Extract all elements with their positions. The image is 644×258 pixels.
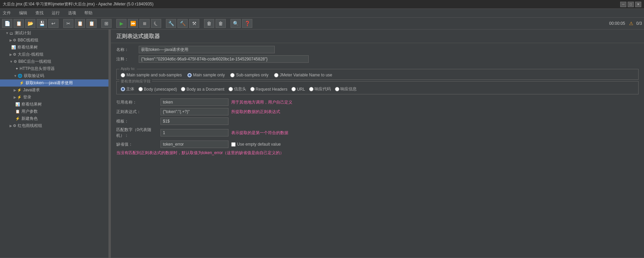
match-no-hint: 表示提取的是第一个符合的数据 (231, 130, 288, 136)
tree-item-backend-thread[interactable]: ▶ ⚙ 大后台-线程组 (0, 51, 108, 58)
menu-options[interactable]: 选项 (67, 10, 78, 17)
apply-jmeter-var-label: JMeter Variable Name to use (280, 73, 333, 77)
expand-icon: ▼ (10, 60, 13, 63)
sampler-icon: ⚡ (15, 116, 20, 121)
remote-shutdown-button[interactable]: ⚒ (189, 19, 199, 28)
start-no-pause-button[interactable]: ⏩ (128, 19, 138, 28)
tree-item-java-request[interactable]: ▶ ⚡ Java请求 (0, 87, 108, 94)
template-button[interactable]: 📋 (14, 19, 24, 28)
apply-to-title: Apply to: (119, 67, 137, 71)
response-body-unescaped-label: Body (unescaped) (144, 87, 177, 92)
expand-icon (14, 110, 15, 113)
response-url[interactable]: URL (291, 87, 305, 92)
apply-main-only-label: Main sample only (193, 73, 225, 77)
tree-item-label: 登录 (23, 94, 31, 100)
save-button[interactable]: 💾 (37, 19, 47, 28)
tree-item-new-role[interactable]: ⚡ 新建角色 (0, 115, 108, 122)
help-button[interactable]: ❓ (242, 19, 252, 28)
regex-input[interactable] (160, 108, 228, 115)
tree-item-label: 察看结果树 (21, 102, 42, 107)
menu-run[interactable]: 运行 (50, 10, 61, 17)
tree-item-redpacket-thread[interactable]: ▶ ⚙ 红包雨线程组 (0, 122, 108, 129)
response-body-unescaped[interactable]: Body (unescaped) (138, 87, 177, 92)
apply-sub-only[interactable]: Sub-samples only (230, 73, 268, 77)
tree-item-test-plan[interactable]: ▼ 🗂 测试计划 (0, 30, 108, 37)
ref-name-row: 引用名称： 用于其他地方调用，用户自己定义 (116, 98, 639, 106)
search-button[interactable]: 🔍 (231, 19, 241, 28)
response-req-headers[interactable]: Request Headers (250, 87, 287, 92)
tree-item-label: 测试计划 (15, 30, 31, 36)
default-note: 当没有匹配到正则表达式的数据时，默认取值为token_error（这里的缺省值是… (116, 150, 639, 156)
comment-input[interactable] (139, 55, 309, 63)
tree-item-result-tree2[interactable]: 📊 察看结果树 (0, 101, 108, 108)
new-button[interactable]: 📄 (2, 19, 12, 28)
response-section: 要检查的响应字段 主体 Body (unescaped) Body as a D… (116, 81, 639, 94)
response-message[interactable]: 响应信息 (335, 86, 357, 92)
response-headers[interactable]: 信息头 (228, 86, 246, 92)
cut-button[interactable]: ✂ (63, 19, 73, 28)
maximize-button[interactable]: □ (628, 2, 634, 7)
response-body-doc[interactable]: Body as a Document (181, 87, 224, 92)
expand-icon: ▶ (10, 124, 12, 128)
menu-file[interactable]: 文件 (1, 10, 12, 17)
ref-name-hint: 用于其他地方调用，用户自己定义 (231, 99, 292, 105)
apply-main-sub[interactable]: Main sample and sub-samples (121, 73, 182, 77)
use-empty-checkbox[interactable] (231, 142, 236, 147)
close-button[interactable]: ✕ (635, 2, 641, 7)
clear-button[interactable]: 🗑 (204, 19, 214, 28)
ref-name-input[interactable] (160, 98, 228, 106)
panel-title: 正则表达式提取器 (111, 30, 644, 43)
match-no-input[interactable] (160, 129, 228, 136)
menu-find[interactable]: 查找 (34, 10, 45, 17)
shutdown-button[interactable]: ⏾ (151, 19, 161, 28)
menu-help[interactable]: 帮助 (83, 10, 94, 17)
response-body[interactable]: 主体 (121, 86, 134, 92)
config-icon: 📋 (15, 109, 20, 114)
expand-icon (14, 103, 15, 106)
tree-item-bbc-thread[interactable]: ▶ ⚙ BBC线程组 (0, 37, 108, 44)
paste-button[interactable]: 📋 (86, 19, 97, 28)
tree-item-label: 用户参数 (21, 109, 38, 114)
response-message-label: 响应信息 (340, 86, 357, 92)
stop-button[interactable]: ⏹ (139, 19, 150, 28)
expand-icon (10, 45, 11, 49)
tree-item-get-token[interactable]: ⚡ 获取token----java请求使用 (0, 79, 108, 87)
default-input[interactable] (160, 141, 228, 148)
menu-edit[interactable]: 编辑 (18, 10, 29, 17)
expand-icon: ▶ (14, 88, 16, 92)
sampler-icon: 🌐 (18, 74, 22, 78)
clear-all-button[interactable]: 🗑 (216, 19, 226, 28)
listener-icon: 📊 (11, 45, 16, 50)
tree-item-label: 新建角色 (21, 116, 38, 122)
use-empty-checkbox-label[interactable]: Use empty default value (231, 142, 281, 147)
tree-item-get-auth[interactable]: ▼ 🌐 获取验证码 (0, 72, 108, 79)
copy-button[interactable]: 📋 (75, 19, 85, 28)
revert-button[interactable]: ↩ (48, 19, 58, 28)
remote-start-button[interactable]: 🔧 (166, 19, 176, 28)
tree-item-user-params[interactable]: 📋 用户参数 (0, 108, 108, 115)
tree-item-http-header[interactable]: ✦ HTTP信息头管理器 (0, 65, 108, 72)
tree-item-label: BBC后台一线程组 (18, 59, 51, 64)
expand-button[interactable]: ⊞ (101, 19, 112, 28)
main-layout: ▼ 🗂 测试计划 ▶ ⚙ BBC线程组 📊 察看结果树 ▶ ⚙ 大后台-线程组 … (0, 30, 644, 258)
tree-item-result-tree1[interactable]: 📊 察看结果树 (0, 44, 108, 51)
response-req-headers-label: Request Headers (256, 87, 287, 92)
sampler-icon: ⚡ (17, 88, 22, 92)
thread-group-icon: ⚙ (13, 124, 16, 128)
default-value-group: Use empty default value (160, 141, 281, 148)
start-button[interactable]: ▶ (116, 19, 126, 28)
open-button[interactable]: 📂 (25, 19, 35, 28)
tree-item-bbc-backend-thread[interactable]: ▼ ⚙ BBC后台一线程组 (0, 58, 108, 65)
apply-main-only[interactable]: Main sample only (187, 73, 225, 77)
minimize-button[interactable]: ─ (620, 2, 626, 7)
name-input[interactable] (139, 46, 275, 53)
tree-item-login[interactable]: ▶ ⚡ 登录 (0, 94, 108, 101)
response-body-label: 主体 (126, 86, 134, 92)
remote-stop-button[interactable]: 🔨 (177, 19, 188, 28)
response-code[interactable]: 响应代码 (309, 86, 331, 92)
template-input[interactable] (160, 117, 228, 125)
apply-jmeter-var[interactable]: JMeter Variable Name to use (274, 73, 333, 77)
regex-label: 正则表达式： (116, 109, 160, 115)
tree-item-label: HTTP信息头管理器 (20, 66, 55, 72)
use-empty-label: Use empty default value (237, 142, 281, 147)
